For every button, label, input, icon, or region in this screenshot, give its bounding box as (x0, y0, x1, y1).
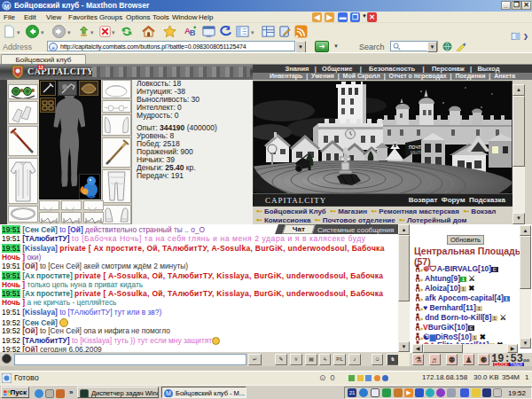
svg-text:M: M (4, 4, 10, 10)
svg-text:B: B (190, 28, 196, 37)
